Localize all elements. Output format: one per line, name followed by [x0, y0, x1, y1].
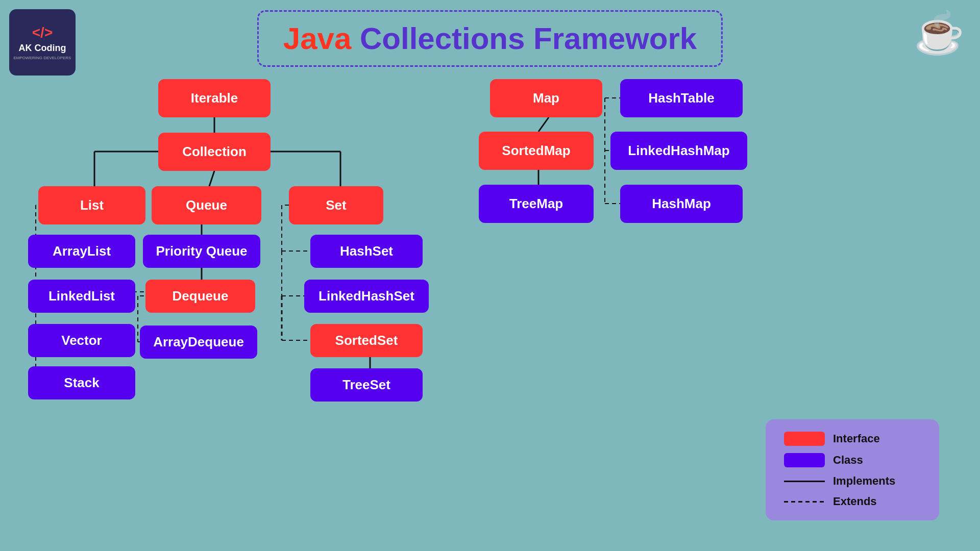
node-list: List: [38, 186, 145, 224]
node-queue: Queue: [152, 186, 261, 224]
node-hashmap: HashMap: [620, 185, 743, 223]
node-arraylist: ArrayList: [28, 235, 135, 268]
logo: </> AK Coding EMPOWERING DEVELOPERS: [9, 9, 76, 76]
node-linkedhashset: LinkedHashSet: [304, 280, 429, 313]
node-iterable: Iterable: [158, 79, 271, 117]
legend-interface-swatch: [784, 432, 825, 446]
legend-class-label: Class: [833, 454, 863, 467]
logo-name: AK Coding: [19, 43, 66, 54]
svg-line-29: [538, 117, 549, 132]
legend-extends: Extends: [784, 495, 921, 508]
node-sortedset: SortedSet: [310, 324, 423, 357]
legend-extends-dash: [784, 501, 825, 503]
legend-implements: Implements: [784, 474, 921, 488]
node-treeset: TreeSet: [310, 368, 423, 402]
legend: Interface Class Implements Extends: [766, 419, 939, 520]
legend-extends-label: Extends: [833, 495, 877, 508]
node-stack: Stack: [28, 366, 135, 399]
legend-class: Class: [784, 453, 921, 467]
title-box: Java Collections Framework: [257, 10, 723, 67]
node-arraydequeue: ArrayDequeue: [140, 325, 257, 359]
node-treemap: TreeMap: [479, 185, 594, 223]
node-hashset: HashSet: [310, 235, 423, 268]
logo-sub: EMPOWERING DEVELOPERS: [14, 56, 71, 60]
node-map: Map: [490, 79, 602, 117]
legend-interface-label: Interface: [833, 432, 880, 445]
node-linkedlist: LinkedList: [28, 280, 135, 313]
title-rest: Collections Framework: [360, 21, 697, 56]
node-sortedmap: SortedMap: [479, 132, 594, 170]
java-cup-icon: ☕: [914, 9, 965, 57]
node-linkedhashmap: LinkedHashMap: [610, 132, 747, 170]
legend-interface: Interface: [784, 432, 921, 446]
node-set: Set: [289, 186, 383, 224]
node-dequeue: Dequeue: [145, 280, 255, 313]
legend-implements-line: [784, 481, 825, 482]
logo-code-icon: </>: [32, 24, 53, 41]
node-collection: Collection: [158, 133, 271, 171]
title-java: Java: [283, 21, 360, 56]
svg-line-3: [209, 171, 214, 186]
node-hashtable: HashTable: [620, 79, 743, 117]
node-vector: Vector: [28, 324, 135, 357]
legend-class-swatch: [784, 453, 825, 467]
legend-implements-label: Implements: [833, 474, 895, 488]
node-priorityqueue: Priority Queue: [143, 235, 260, 268]
